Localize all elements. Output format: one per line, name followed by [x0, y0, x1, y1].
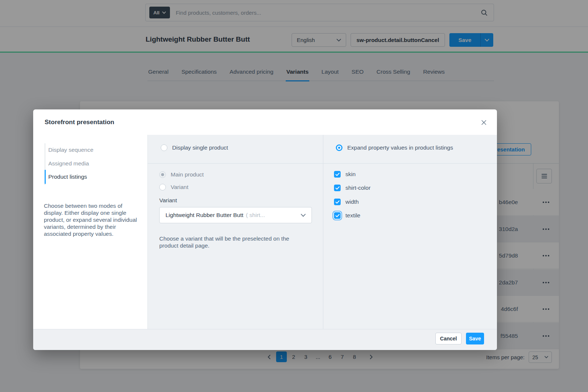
property-option-width: width: [334, 199, 359, 205]
radio-main-product: [159, 171, 166, 178]
option-main-product: Main product: [159, 171, 204, 178]
modal-sidebar: Display sequence Assigned media Product …: [33, 135, 147, 329]
modal-columns: Display single product Expand property v…: [147, 135, 497, 329]
option-row-divider: [148, 163, 497, 164]
modal-cancel-button[interactable]: Cancel: [435, 333, 462, 344]
variant-select-value-suffix: ( shirt...: [246, 212, 265, 218]
variant-select-value: Lightweight Rubber Butter Butt: [166, 212, 243, 218]
close-icon: [481, 120, 486, 125]
check-icon: [335, 200, 340, 204]
mode-option-single[interactable]: Display single product: [161, 144, 228, 151]
checkbox-label: skin: [345, 171, 356, 178]
variant-help-text: Choose a variant that will be the presel…: [159, 235, 307, 249]
property-option-shirt-color: shirt-color: [334, 185, 370, 191]
check-icon: [335, 186, 340, 190]
sidebar-item-product-listings[interactable]: Product listings: [48, 172, 87, 181]
check-icon: [335, 214, 340, 217]
radio-display-single-product[interactable]: [161, 144, 167, 151]
checkbox-textile[interactable]: [334, 212, 341, 219]
checkbox-label: width: [345, 199, 359, 205]
checkbox-label: textile: [345, 212, 361, 219]
radio-label: Main product: [171, 171, 204, 178]
modal-close-button[interactable]: [480, 119, 487, 126]
mode-description: Choose between two modes of display. Eit…: [44, 202, 143, 237]
checkbox-shirt-color[interactable]: [334, 185, 341, 191]
modal-title: Storefront presentation: [45, 109, 114, 135]
variant-select[interactable]: Lightweight Rubber Butter Butt ( shirt..…: [159, 207, 312, 223]
checkbox-label: shirt-color: [345, 185, 370, 191]
radio-label: Expand property values in product listin…: [347, 144, 453, 151]
storefront-presentation-modal: Storefront presentation Display sequence…: [33, 109, 497, 350]
sidebar-active-indicator: [45, 170, 46, 184]
property-option-textile: textile: [334, 212, 361, 219]
radio-expand-property-values[interactable]: [336, 144, 342, 151]
chevron-down-icon: [301, 214, 306, 217]
checkbox-width[interactable]: [334, 199, 341, 205]
radio-label: Variant: [171, 184, 188, 190]
checkbox-skin[interactable]: [334, 171, 341, 178]
modal-footer: Cancel Save: [33, 329, 497, 350]
radio-variant: [159, 184, 166, 190]
modal-body: Display sequence Assigned media Product …: [33, 135, 497, 329]
check-icon: [335, 173, 340, 176]
variant-field-label: Variant: [159, 197, 177, 204]
mode-option-expand[interactable]: Expand property values in product listin…: [336, 144, 453, 151]
modal-save-button[interactable]: Save: [466, 333, 484, 344]
sidebar-item-display-sequence[interactable]: Display sequence: [48, 146, 93, 154]
option-variant: Variant: [159, 184, 188, 190]
shopware-admin-page: All Find products, customers, orders... …: [0, 0, 588, 392]
sidebar-item-assigned-media[interactable]: Assigned media: [48, 159, 89, 168]
columns-divider: [323, 135, 323, 329]
radio-label: Display single product: [172, 144, 228, 151]
property-option-skin: skin: [334, 171, 356, 178]
